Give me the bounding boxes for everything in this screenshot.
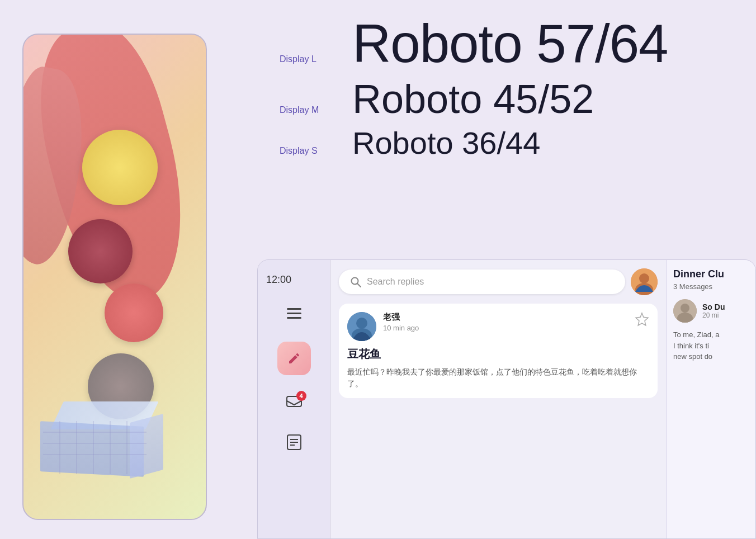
sender-name: 老强 — [383, 312, 628, 323]
star-button[interactable] — [635, 312, 649, 330]
type-sample-display-s: Roboto 36/44 — [352, 127, 540, 159]
star-icon — [635, 312, 649, 327]
msg-search-bar: Search replies — [330, 260, 666, 301]
user-avatar-image — [631, 268, 658, 295]
right-item-preview: To me, Ziad, a I think it's ti new spot … — [673, 329, 749, 362]
typography-area: Display L Roboto 57/64 Display M Roboto … — [257, 0, 756, 252]
conversation-card[interactable]: 老强 10 min ago 豆花鱼 最近忙吗？昨晚我去了你最爱的那家饭馆，点了他… — [339, 304, 658, 398]
type-label-display-m: Display M — [280, 105, 352, 115]
circle-pink — [105, 283, 163, 342]
conv-subject: 豆花鱼 — [347, 347, 649, 362]
type-row-display-l: Display L Roboto 57/64 — [280, 17, 734, 70]
svg-line-17 — [357, 283, 361, 287]
svg-rect-10 — [287, 317, 301, 319]
platform-lines — [43, 421, 147, 474]
msg-left-panel: 12:00 4 — [258, 260, 330, 538]
type-label-display-l: Display L — [280, 54, 352, 64]
type-label-display-s: Display S — [280, 146, 352, 156]
search-input-container[interactable]: Search replies — [339, 270, 625, 294]
svg-point-19 — [639, 273, 649, 283]
messaging-mockup: 12:00 4 — [257, 259, 756, 539]
sender-avatar — [347, 312, 376, 341]
right-item-time: 20 mi — [702, 311, 749, 319]
svg-point-22 — [356, 318, 367, 329]
compose-fab-button[interactable] — [277, 342, 311, 375]
notes-icon[interactable] — [283, 431, 305, 453]
right-item-name: So Du — [702, 302, 749, 311]
right-panel-title: Dinner Clu — [673, 268, 749, 280]
search-icon — [350, 276, 361, 287]
circle-yellow — [82, 130, 158, 205]
type-sample-display-m: Roboto 45/52 — [352, 79, 594, 119]
circle-dark-red — [68, 219, 133, 283]
msg-right-panel: Dinner Clu 3 Messages So Du 20 mi To me,… — [666, 260, 755, 538]
message-time: 10 min ago — [383, 324, 628, 332]
svg-rect-9 — [287, 313, 301, 314]
conv-preview: 最近忙吗？昨晚我去了你最爱的那家饭馆，点了他们的特色豆花鱼，吃着吃着就想你了。 — [347, 366, 649, 390]
sender-avatar-image — [347, 312, 376, 341]
search-placeholder: Search replies — [367, 277, 424, 287]
type-sample-display-l: Roboto 57/64 — [352, 17, 668, 70]
user-avatar[interactable] — [631, 268, 658, 295]
right-panel-subtitle: 3 Messages — [673, 282, 749, 291]
type-row-display-m: Display M Roboto 45/52 — [280, 79, 734, 119]
msg-time: 12:00 — [258, 268, 291, 286]
svg-point-25 — [681, 304, 689, 313]
right-panel-item[interactable]: So Du 20 mi — [673, 299, 749, 323]
msg-main-panel: Search replies — [330, 260, 666, 538]
menu-icon[interactable] — [283, 302, 305, 325]
conv-info: 老强 10 min ago — [383, 312, 628, 332]
right-avatar — [673, 299, 697, 323]
type-row-display-s: Display S Roboto 36/44 — [280, 127, 734, 159]
phone-mockup — [22, 34, 207, 520]
conv-header: 老强 10 min ago — [347, 312, 649, 341]
badge-count: 4 — [296, 391, 306, 401]
right-avatar-image — [673, 299, 697, 323]
3d-platform — [40, 401, 174, 485]
inbox-icon[interactable]: 4 — [283, 392, 305, 414]
svg-rect-8 — [287, 308, 301, 310]
right-item-info: So Du 20 mi — [702, 302, 749, 319]
